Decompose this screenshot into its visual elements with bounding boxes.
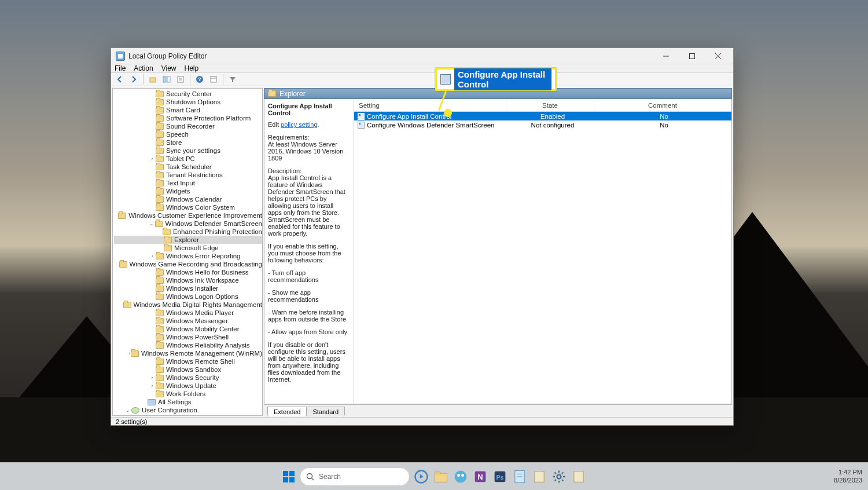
svg-line-19 bbox=[312, 478, 314, 480]
tree-item[interactable]: Windows Media Player bbox=[114, 309, 262, 317]
taskbar-app-icon[interactable] bbox=[571, 469, 587, 485]
tree-item[interactable]: ›Windows Update bbox=[114, 382, 262, 390]
nav-tree[interactable]: Security CenterShutdown OptionsSmart Car… bbox=[112, 88, 263, 416]
window-title: Local Group Policy Editor bbox=[128, 52, 207, 60]
list-header[interactable]: Setting State Comment bbox=[354, 99, 731, 112]
tree-item[interactable]: Windows Ink Workspace bbox=[114, 276, 262, 284]
taskbar-app-icon[interactable] bbox=[531, 469, 547, 485]
tree-item[interactable]: Shutdown Options bbox=[114, 98, 262, 106]
svg-rect-5 bbox=[163, 76, 166, 82]
tree-item[interactable]: ›Windows Security bbox=[114, 374, 262, 382]
taskbar-notepad-icon[interactable] bbox=[512, 469, 528, 485]
minimize-button[interactable] bbox=[653, 48, 679, 64]
menu-action[interactable]: Action bbox=[134, 64, 153, 72]
tree-item[interactable]: Software Protection Platform bbox=[114, 114, 262, 122]
taskbar-copilot-icon[interactable] bbox=[453, 469, 469, 485]
tree-item[interactable]: Windows Installer bbox=[114, 284, 262, 292]
setting-title: Configure App Install Control bbox=[268, 103, 349, 116]
tree-item[interactable]: Sync your settings bbox=[114, 147, 262, 155]
up-button[interactable] bbox=[146, 73, 159, 86]
statusbar: 2 setting(s) bbox=[111, 417, 733, 425]
svg-point-34 bbox=[557, 474, 561, 478]
taskbar-search[interactable]: Search bbox=[300, 467, 410, 486]
tree-item[interactable]: ›Windows Remote Management (WinRM) bbox=[114, 349, 262, 357]
tree-item[interactable]: Task Scheduler bbox=[114, 163, 262, 171]
system-tray[interactable]: 1:42 PM 8/28/2023 bbox=[834, 469, 862, 484]
tree-item[interactable]: Security Center bbox=[114, 90, 262, 98]
col-comment[interactable]: Comment bbox=[594, 99, 731, 111]
separator bbox=[190, 74, 190, 85]
clock-time: 1:42 PM bbox=[838, 469, 862, 476]
tree-item[interactable]: Windows Calendar bbox=[114, 195, 262, 203]
tree-item[interactable]: ⌄Windows Defender SmartScreen bbox=[114, 220, 262, 228]
setting-row[interactable]: Configure Windows Defender SmartScreenNo… bbox=[354, 120, 731, 129]
menu-help[interactable]: Help bbox=[185, 64, 199, 72]
tree-item[interactable]: Windows Messenger bbox=[114, 317, 262, 325]
svg-point-24 bbox=[457, 474, 460, 477]
path-label: Explorer bbox=[279, 90, 306, 98]
taskbar[interactable]: Search N Ps 1:42 PM 8/28/2023 bbox=[0, 462, 868, 490]
gpedit-window: Local Group Policy Editor File Action Vi… bbox=[111, 47, 734, 426]
tree-item[interactable]: Windows Hello for Business bbox=[114, 268, 262, 276]
tree-item[interactable]: Windows Logon Options bbox=[114, 292, 262, 301]
tree-item[interactable]: ›Tablet PC bbox=[114, 155, 262, 163]
tree-item[interactable]: Windows Remote Shell bbox=[114, 357, 262, 365]
taskbar-photoshop-icon[interactable]: Ps bbox=[492, 469, 508, 485]
taskbar-explorer-icon[interactable] bbox=[433, 469, 449, 485]
tree-item[interactable]: Text Input bbox=[114, 179, 262, 187]
export-button[interactable] bbox=[174, 73, 187, 86]
svg-point-25 bbox=[461, 474, 464, 477]
tree-item[interactable]: Windows Media Digital Rights Management bbox=[114, 301, 262, 309]
filter-button[interactable] bbox=[226, 73, 239, 86]
tree-item[interactable]: Widgets bbox=[114, 187, 262, 195]
help-button[interactable]: ? bbox=[193, 73, 206, 86]
tree-item[interactable]: Windows Reliability Analysis bbox=[114, 341, 262, 349]
taskbar-onenote-icon[interactable]: N bbox=[472, 469, 488, 485]
close-button[interactable] bbox=[705, 48, 731, 64]
maximize-button[interactable] bbox=[679, 48, 705, 64]
tree-item[interactable]: Windows Color System bbox=[114, 203, 262, 211]
tab-standard[interactable]: Standard bbox=[306, 407, 345, 416]
col-setting[interactable]: Setting bbox=[354, 99, 506, 111]
properties-button[interactable] bbox=[207, 73, 220, 86]
tree-item[interactable]: Work Folders bbox=[114, 390, 262, 398]
tree-item[interactable]: Windows PowerShell bbox=[114, 333, 262, 341]
tab-extended[interactable]: Extended bbox=[267, 407, 307, 416]
annotation-dot bbox=[444, 109, 452, 117]
tree-item[interactable]: Tenant Restrictions bbox=[114, 171, 262, 179]
show-hide-button[interactable] bbox=[160, 73, 173, 86]
svg-rect-16 bbox=[283, 477, 288, 482]
search-icon bbox=[306, 473, 314, 481]
svg-rect-15 bbox=[289, 471, 295, 476]
folder-icon bbox=[268, 90, 276, 97]
tree-item[interactable]: ›Windows Error Reporting bbox=[114, 252, 262, 260]
edit-policy-link[interactable]: policy setting bbox=[281, 121, 318, 128]
tree-item[interactable]: Microsoft Edge bbox=[114, 244, 262, 252]
tree-item[interactable]: All Settings bbox=[114, 398, 262, 406]
tree-item[interactable]: Explorer bbox=[114, 236, 262, 244]
taskbar-settings-icon[interactable] bbox=[551, 469, 567, 485]
svg-rect-21 bbox=[435, 473, 447, 482]
setting-row[interactable]: Configure App Install ControlEnabledNo bbox=[354, 112, 731, 120]
forward-button[interactable] bbox=[127, 73, 140, 86]
tree-item[interactable]: Windows Mobility Center bbox=[114, 325, 262, 333]
tree-item[interactable]: Enhanced Phishing Protection bbox=[114, 228, 262, 236]
titlebar[interactable]: Local Group Policy Editor bbox=[111, 48, 733, 64]
tree-item[interactable]: Windows Sandbox bbox=[114, 365, 262, 374]
tree-item[interactable]: Store bbox=[114, 138, 262, 147]
svg-rect-7 bbox=[178, 76, 183, 82]
back-button[interactable] bbox=[113, 73, 126, 86]
start-button[interactable] bbox=[281, 469, 296, 484]
view-tabs: Extended Standard bbox=[264, 404, 732, 416]
svg-point-18 bbox=[307, 473, 312, 478]
tree-item[interactable]: Windows Game Recording and Broadcasting bbox=[114, 260, 262, 268]
col-state[interactable]: State bbox=[506, 99, 594, 111]
menu-file[interactable]: File bbox=[115, 64, 126, 72]
tree-item[interactable]: Speech bbox=[114, 130, 262, 138]
tree-item[interactable]: ⌄User Configuration bbox=[114, 406, 262, 414]
tree-item[interactable]: Windows Customer Experience Improvement bbox=[114, 211, 262, 220]
tree-item[interactable]: Sound Recorder bbox=[114, 122, 262, 130]
taskbar-bing-icon[interactable] bbox=[413, 469, 429, 485]
tree-item[interactable]: Smart Card bbox=[114, 106, 262, 114]
menu-view[interactable]: View bbox=[161, 64, 176, 72]
